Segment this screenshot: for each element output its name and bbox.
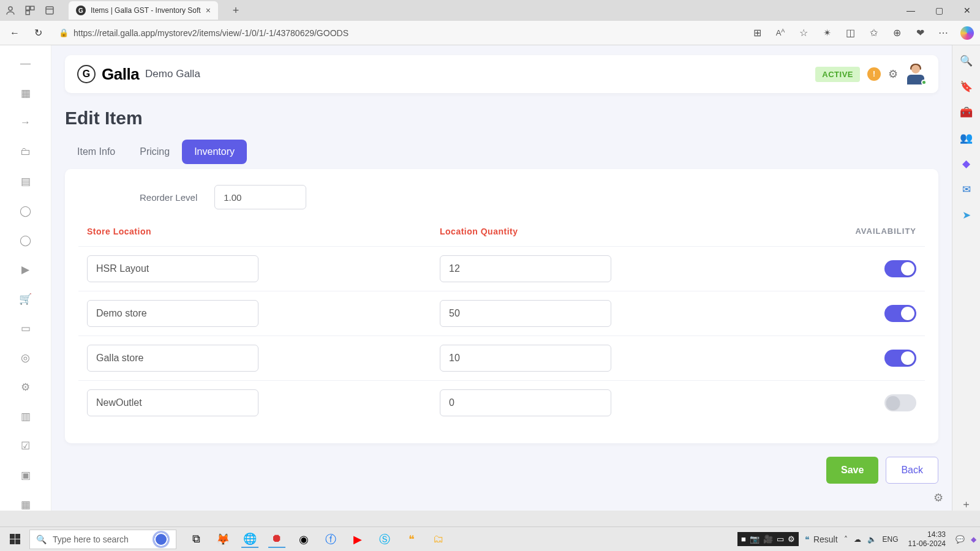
brand-logo[interactable]: G Galla [77, 65, 139, 84]
sidebar-user-icon[interactable]: ◯ [20, 234, 32, 246]
back-button[interactable]: Back [886, 457, 938, 484]
user-avatar[interactable] [905, 64, 926, 84]
tray-datetime[interactable]: 14:33 11-06-2024 [908, 530, 946, 548]
taskbar-search[interactable]: 🔍 Type here to search [29, 530, 176, 549]
col-store-location: Store Location [87, 227, 440, 236]
sidebar-forward-icon[interactable]: ▶ [20, 263, 32, 276]
extensions-icon[interactable]: ✴ [821, 27, 833, 39]
sidebar-collapse-icon[interactable]: — [20, 58, 32, 70]
sidebar-outlook-icon[interactable]: ✉ [960, 182, 973, 196]
sidebar-check-icon[interactable]: ☑ [20, 440, 32, 452]
close-window-button[interactable]: ✕ [959, 6, 975, 15]
reorder-level-input[interactable] [214, 185, 306, 209]
availability-toggle[interactable] [884, 394, 916, 411]
settings-tray-icon[interactable]: ⚙ [788, 534, 795, 544]
quantity-input[interactable] [440, 300, 611, 327]
quantity-input[interactable] [440, 255, 611, 282]
quantity-input[interactable] [440, 389, 611, 416]
more-menu-icon[interactable]: ⋯ [937, 27, 949, 39]
split-screen-icon[interactable]: ◫ [844, 27, 856, 39]
window-titlebar: G Items | Galla GST - Inventory Soft × +… [0, 0, 980, 21]
text-size-icon[interactable]: AA [774, 28, 786, 37]
browser-tab[interactable]: G Items | Galla GST - Inventory Soft × [69, 1, 218, 20]
workspaces-icon[interactable] [24, 5, 36, 16]
url-box[interactable]: 🔒 https://retail.galla.app/mystorev2/ite… [53, 28, 745, 38]
video-icon[interactable]: 🎥 [763, 534, 773, 544]
tray-cloud-icon[interactable]: ☁ [854, 535, 861, 544]
camera-icon[interactable]: 📷 [750, 534, 760, 544]
header-settings-icon[interactable]: ⚙ [888, 67, 898, 81]
tab-item-info[interactable]: Item Info [65, 140, 127, 164]
sidebar-folder-icon[interactable]: 🗀 [20, 146, 32, 158]
sidebar-basket-icon[interactable]: 🛒 [20, 293, 32, 305]
tray-overflow-icon[interactable]: ◆ [971, 535, 976, 544]
edge-icon[interactable]: 🌐 [241, 531, 258, 548]
sidebar-shopping-tag-icon[interactable]: 🔖 [960, 80, 973, 93]
sidebar-add-icon[interactable]: ＋ [960, 497, 973, 511]
tray-chevron-icon[interactable]: ˄ [844, 535, 848, 544]
task-view-icon[interactable]: ⧉ [187, 531, 205, 548]
location-input[interactable] [87, 300, 258, 327]
copilot-icon[interactable] [960, 26, 974, 40]
facebook-icon[interactable]: ⓕ [322, 531, 339, 548]
tab-inventory[interactable]: Inventory [182, 140, 247, 164]
lock-icon: 🔒 [59, 28, 69, 37]
recording-toolbar[interactable]: ■ 📷 🎥 ▭ ⚙ [737, 532, 799, 546]
sidebar-tools-icon[interactable]: 🧰 [960, 105, 973, 119]
sidebar-customer-icon[interactable]: ◯ [20, 204, 32, 217]
sidebar-search-icon[interactable]: 🔍 [960, 54, 973, 67]
minimize-button[interactable]: — [903, 6, 919, 15]
sidebar-dashboard-icon[interactable]: ▦ [20, 87, 32, 99]
skype-icon[interactable]: Ⓢ [376, 531, 393, 548]
app-sidebar: — ▦ → 🗀 ▤ ◯ ◯ ▶ 🛒 ▭ ◎ ⚙ ▥ ☑ ▣ ▦ [0, 45, 51, 511]
window-icon[interactable]: ▭ [777, 534, 784, 544]
quantity-input[interactable] [440, 345, 611, 372]
firefox-icon[interactable]: 🦊 [214, 531, 232, 548]
youtube-icon[interactable]: ▶ [349, 531, 366, 548]
tab-pricing[interactable]: Pricing [127, 140, 182, 164]
tray-lang[interactable]: ENG [883, 535, 899, 544]
tray-volume-icon[interactable]: 🔈 [867, 535, 876, 544]
new-tab-button[interactable]: + [233, 4, 239, 17]
stop-icon[interactable]: ■ [741, 534, 746, 544]
favorite-icon[interactable]: ☆ [797, 27, 810, 39]
tab-close-icon[interactable]: × [206, 6, 211, 15]
sidebar-people-icon[interactable]: 👥 [960, 131, 973, 144]
tray-notifications-icon[interactable]: 💬 [956, 535, 965, 544]
result-app[interactable]: ❝ Result [805, 534, 838, 544]
location-input[interactable] [87, 389, 258, 416]
app-available-icon[interactable]: ⊞ [751, 27, 763, 39]
record-icon[interactable]: ⏺ [268, 531, 285, 548]
save-button[interactable]: Save [826, 457, 878, 484]
sidebar-camera-icon[interactable]: ▣ [20, 469, 32, 481]
profile-icon[interactable] [5, 5, 16, 16]
sidebar-report-icon[interactable]: ▥ [20, 410, 32, 422]
maximize-button[interactable]: ▢ [931, 6, 947, 15]
sidebar-send-icon[interactable]: ➤ [960, 208, 973, 222]
sidebar-office-icon[interactable]: ◆ [960, 157, 973, 170]
svg-rect-3 [26, 11, 29, 15]
sidebar-arrow-icon[interactable]: → [20, 116, 32, 129]
favorites-bar-icon[interactable]: ✩ [867, 27, 880, 39]
sidebar-barcode-icon[interactable]: ▤ [20, 175, 32, 187]
refresh-button[interactable]: ↻ [29, 24, 47, 42]
tab-actions-icon[interactable] [44, 5, 55, 16]
sidebar-calendar-icon[interactable]: ▦ [20, 498, 32, 511]
sidebar-book-icon[interactable]: ▭ [20, 322, 32, 334]
availability-toggle[interactable] [884, 305, 916, 322]
start-button[interactable] [4, 530, 26, 549]
location-input[interactable] [87, 255, 258, 282]
file-explorer-icon[interactable]: 🗂 [430, 531, 447, 548]
back-nav-button[interactable]: ← [6, 24, 23, 42]
chrome-icon[interactable]: ◉ [295, 531, 312, 548]
performance-icon[interactable]: ❤ [914, 27, 926, 39]
notification-badge[interactable]: ! [867, 67, 881, 81]
location-input[interactable] [87, 345, 258, 372]
app-icon[interactable]: ❝ [403, 531, 420, 548]
availability-toggle[interactable] [884, 350, 916, 367]
sidebar-location-icon[interactable]: ◎ [20, 351, 32, 364]
page-settings-icon[interactable]: ⚙ [933, 491, 943, 504]
collections-icon[interactable]: ⊕ [891, 27, 903, 39]
availability-toggle[interactable] [884, 260, 916, 277]
sidebar-settings-icon[interactable]: ⚙ [20, 381, 32, 393]
